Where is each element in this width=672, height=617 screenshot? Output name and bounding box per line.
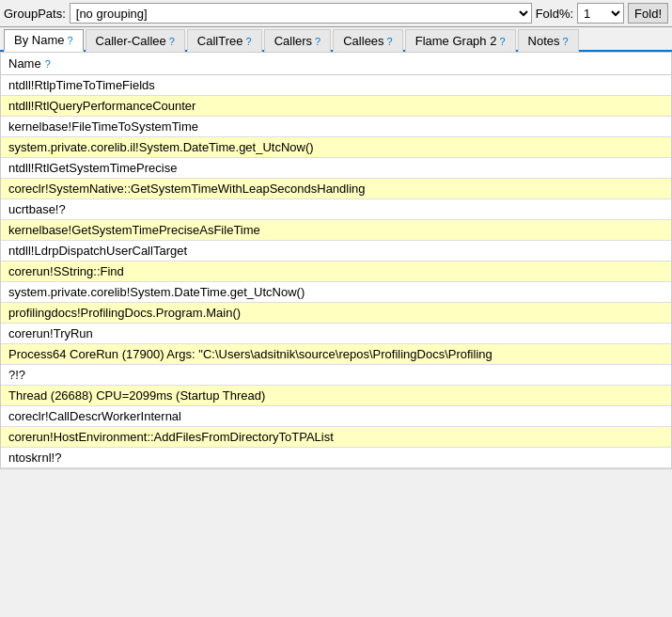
table-row[interactable]: ntdll!RtlGetSystemTimePrecise [1,158,671,179]
tab-caller-callee[interactable]: Caller-Callee? [86,29,185,52]
tab-help-callees[interactable]: ? [387,36,393,47]
table-row[interactable]: corerun!TryRun [1,324,671,344]
table-row[interactable]: kernelbase!FileTimeToSystemTime [1,117,671,137]
tab-help-caller-callee[interactable]: ? [169,36,175,47]
tab-callees[interactable]: Callees? [333,29,402,52]
name-help-icon[interactable]: ? [45,58,51,70]
table-row[interactable]: ntdll!RtlQueryPerformanceCounter [1,96,671,117]
tab-label-notes: Notes [528,34,560,48]
table-row[interactable]: coreclr!CallDescrWorkerInternal [1,406,671,427]
toolbar: GroupPats: [no grouping] Fold%: 1 Fold! [0,0,672,27]
table-row[interactable]: Thread (26688) CPU=2099ms (Startup Threa… [1,386,671,406]
table-row[interactable]: ucrtbase!? [1,199,671,220]
tabs-bar: By Name?Caller-Callee?CallTree?Callers?C… [0,27,672,52]
table-row[interactable]: profilingdocs!ProfilingDocs.Program.Main… [1,303,671,324]
name-label: Name [8,56,41,71]
tab-label-flame-graph: Flame Graph 2 [415,34,497,48]
tab-label-callees: Callees [343,34,383,48]
content-area: Name ? ntdll!RtlpTimeToTimeFieldsntdll!R… [0,52,672,469]
tab-help-callers[interactable]: ? [315,36,320,47]
fold-percent-select[interactable]: 1 [577,3,624,24]
table-row[interactable]: ntoskrnl!? [1,448,671,468]
group-pats-label: GroupPats: [4,7,66,21]
table-row[interactable]: Process64 CoreRun (17900) Args: "C:\User… [1,344,671,365]
tab-label-by-name: By Name [14,33,64,47]
tab-help-by-name[interactable]: ? [67,35,72,46]
table-row[interactable]: system.private.corelib!System.DateTime.g… [1,282,671,303]
table-row[interactable]: corerun!SString::Find [1,261,671,282]
table-row[interactable]: ntdll!LdrpDispatchUserCallTarget [1,241,671,261]
fold-label: Fold%: [536,7,573,21]
tab-by-name[interactable]: By Name? [4,29,84,52]
tab-label-calltree: CallTree [197,34,243,48]
table-row[interactable]: ntdll!RtlpTimeToTimeFields [1,75,671,96]
tab-notes[interactable]: Notes? [518,29,579,52]
table-row[interactable]: ?!? [1,365,671,386]
tab-calltree[interactable]: CallTree? [187,29,262,52]
tab-help-calltree[interactable]: ? [246,36,252,47]
table-row[interactable]: kernelbase!GetSystemTimePreciseAsFileTim… [1,220,671,241]
name-column-header: Name ? [1,53,671,75]
tab-help-flame-graph[interactable]: ? [499,36,505,47]
tab-callers[interactable]: Callers? [264,29,332,52]
data-rows-container: ntdll!RtlpTimeToTimeFieldsntdll!RtlQuery… [1,75,671,468]
tab-label-callers: Callers [274,34,312,48]
tab-help-notes[interactable]: ? [563,36,569,47]
fold-button[interactable]: Fold! [628,3,668,24]
table-row[interactable]: corerun!HostEnvironment::AddFilesFromDir… [1,427,671,448]
table-row[interactable]: coreclr!SystemNative::GetSystemTimeWithL… [1,179,671,199]
group-pats-select[interactable]: [no grouping] [70,3,532,24]
table-row[interactable]: system.private.corelib.il!System.DateTim… [1,137,671,158]
tab-label-caller-callee: Caller-Callee [96,34,166,48]
tab-flame-graph[interactable]: Flame Graph 2? [405,29,516,52]
